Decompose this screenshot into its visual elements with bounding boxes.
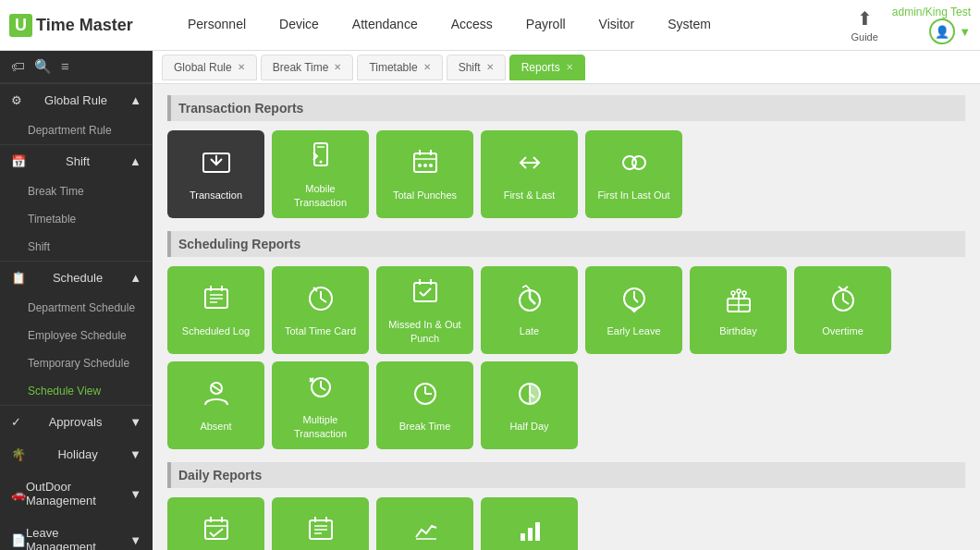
holiday-icon: 🌴 <box>11 447 26 461</box>
nav-system[interactable]: System <box>651 0 728 51</box>
sidebar-section-global-rule[interactable]: ⚙ Global Rule ▲ <box>0 84 153 116</box>
card-label-total-time-card: Total Time Card <box>285 324 356 337</box>
tab-close-shift[interactable]: ✕ <box>486 62 494 72</box>
tab-close-global-rule[interactable]: ✕ <box>238 62 245 72</box>
daily-summary-icon <box>409 513 442 550</box>
card-label-multiple-transaction: Multiple Transaction <box>279 413 361 440</box>
guide-label: Guide <box>851 31 877 43</box>
sidebar-item-department-rule[interactable]: Department Rule <box>0 116 153 144</box>
chevron-icon-holiday: ▼ <box>129 447 141 461</box>
guide-button[interactable]: ⬆ Guide <box>851 7 877 43</box>
tab-global-rule[interactable]: Global Rule ✕ <box>162 55 257 80</box>
chevron-icon-outdoor: ▼ <box>129 487 141 501</box>
early-leave-icon <box>618 282 651 319</box>
card-overtime[interactable]: Overtime <box>794 266 891 354</box>
break-time-icon <box>409 377 442 414</box>
tab-label-shift: Shift <box>459 61 481 74</box>
absent-icon <box>200 377 233 414</box>
transaction-icon <box>200 146 233 183</box>
card-total-punches[interactable]: Total Punches <box>376 130 473 218</box>
svg-point-10 <box>423 164 427 167</box>
card-half-day[interactable]: Half Day <box>481 361 578 449</box>
sidebar-section-shift[interactable]: 📅 Shift ▲ <box>0 145 153 177</box>
sidebar-item-timetable[interactable]: Timetable <box>0 205 153 233</box>
card-first-in-last-out[interactable]: First In Last Out <box>585 130 682 218</box>
daily-reports-grid: Daily Attendance Daily Details <box>167 497 965 550</box>
chevron-icon-leave: ▼ <box>129 533 141 547</box>
card-scheduled-log[interactable]: Scheduled Log <box>167 266 264 354</box>
nav-device[interactable]: Device <box>263 0 336 51</box>
sidebar-section-leave[interactable]: 📄 Leave Management ▼ <box>0 517 153 550</box>
sidebar-item-schedule-view[interactable]: Schedule View <box>0 377 153 405</box>
card-label-early-leave: Early Leave <box>606 324 660 337</box>
tab-close-timetable[interactable]: ✕ <box>423 62 431 72</box>
card-daily-details[interactable]: Daily Details <box>272 497 369 550</box>
card-late[interactable]: Late <box>481 266 578 354</box>
svg-point-3 <box>319 161 322 164</box>
card-mobile-transaction[interactable]: Mobile Transaction <box>272 130 369 218</box>
svg-point-11 <box>429 164 433 167</box>
daily-details-icon <box>304 513 337 550</box>
svg-line-47 <box>843 300 849 304</box>
card-label-birthday: Birthday <box>719 324 756 337</box>
logo-u: U <box>9 14 32 37</box>
card-label-transaction: Transaction <box>190 189 242 202</box>
card-transaction[interactable]: Transaction <box>167 130 264 218</box>
main-content: Global Rule ✕ Break Time ✕ Timetable ✕ S… <box>153 51 980 550</box>
app-logo[interactable]: U Time Master <box>9 14 153 37</box>
tab-break-time[interactable]: Break Time ✕ <box>261 55 354 80</box>
card-label-scheduled-log: Scheduled Log <box>182 324 250 337</box>
card-missed-in-out[interactable]: Missed In & Out Punch <box>376 266 473 354</box>
svg-point-14 <box>632 156 645 169</box>
nav-access[interactable]: Access <box>435 0 509 51</box>
sidebar-item-break-time[interactable]: Break Time <box>0 177 153 205</box>
tab-timetable[interactable]: Timetable ✕ <box>357 55 442 80</box>
user-avatar[interactable]: 👤 <box>929 18 955 44</box>
tab-shift[interactable]: Shift ✕ <box>447 55 506 80</box>
nav-payroll[interactable]: Payroll <box>509 0 582 51</box>
tab-close-break-time[interactable]: ✕ <box>334 62 341 72</box>
user-name[interactable]: admin/King Test <box>892 6 971 18</box>
tag-icon[interactable]: 🏷 <box>11 58 25 75</box>
card-label-half-day: Half Day <box>509 420 548 433</box>
card-daily-status[interactable]: Daily Status <box>481 497 578 550</box>
total-punches-icon <box>409 146 442 183</box>
nav-personnel[interactable]: Personnel <box>171 0 263 51</box>
sidebar-item-employee-schedule[interactable]: Employee Schedule <box>0 322 153 349</box>
sidebar-section-outdoor[interactable]: 🚗 OutDoor Management ▼ <box>0 471 153 517</box>
half-day-icon <box>513 377 546 414</box>
sidebar-item-temporary-schedule[interactable]: Temporary Schedule <box>0 349 153 377</box>
daily-status-icon <box>513 513 546 550</box>
tab-close-reports[interactable]: ✕ <box>566 62 573 72</box>
card-break-time[interactable]: Break Time <box>376 361 473 449</box>
sidebar-section-schedule[interactable]: 📋 Schedule ▲ <box>0 262 153 294</box>
main-nav: Personnel Device Attendance Access Payro… <box>171 0 851 51</box>
nav-visitor[interactable]: Visitor <box>582 0 652 51</box>
svg-line-35 <box>634 299 638 302</box>
card-absent[interactable]: Absent <box>167 361 264 449</box>
card-daily-attendance[interactable]: Daily Attendance <box>167 497 264 550</box>
sidebar-section-holiday[interactable]: 🌴 Holiday ▼ <box>0 438 153 471</box>
card-birthday[interactable]: Birthday <box>690 266 787 354</box>
card-first-last[interactable]: First & Last <box>481 130 578 218</box>
main-layout: 🏷 🔍 ≡ ⚙ Global Rule ▲ Department Rule 📅 … <box>0 51 980 550</box>
sidebar-item-shift[interactable]: Shift <box>0 233 153 261</box>
list-icon[interactable]: ≡ <box>61 58 69 75</box>
card-daily-summary[interactable]: Daily Summary <box>376 497 473 550</box>
card-multiple-transaction[interactable]: Multiple Transaction <box>272 361 369 449</box>
leave-icon: 📄 <box>11 533 26 547</box>
sidebar-label-outdoor: OutDoor Management <box>26 480 129 507</box>
sidebar-label-approvals: Approvals <box>49 415 103 429</box>
tab-label-break-time: Break Time <box>273 61 329 74</box>
svg-rect-75 <box>535 522 540 541</box>
card-total-time-card[interactable]: Total Time Card <box>272 266 369 354</box>
tab-reports[interactable]: Reports ✕ <box>509 55 585 80</box>
nav-attendance[interactable]: Attendance <box>336 0 435 51</box>
search-icon[interactable]: 🔍 <box>34 58 52 75</box>
chevron-down-icon[interactable]: ▼ <box>959 25 971 39</box>
sidebar-section-approvals[interactable]: ✓ Approvals ▼ <box>0 406 153 438</box>
user-controls: 👤 ▼ <box>929 18 971 44</box>
svg-line-23 <box>321 299 326 302</box>
sidebar-item-department-schedule[interactable]: Department Schedule <box>0 294 153 322</box>
card-early-leave[interactable]: Early Leave <box>585 266 682 354</box>
